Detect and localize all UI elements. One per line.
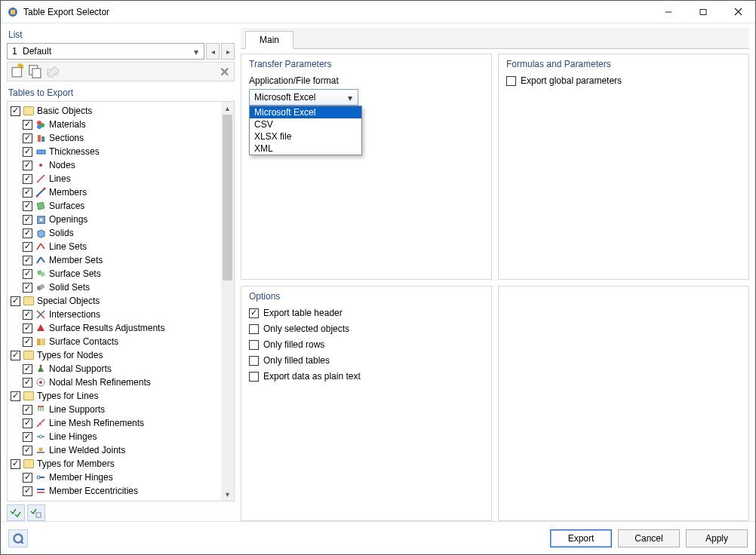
list-next-button[interactable]: ▸ (221, 43, 235, 60)
tree-checkbox[interactable] (23, 147, 32, 157)
tree-checkbox[interactable] (23, 378, 32, 388)
tree-item[interactable]: Line Welded Joints (9, 443, 220, 457)
list-prev-button[interactable]: ◂ (206, 43, 220, 60)
tree-checkbox[interactable] (23, 405, 32, 415)
scroll-down-icon[interactable]: ▼ (221, 488, 234, 501)
tree-checkbox[interactable] (23, 256, 32, 265)
option-checkbox[interactable] (249, 324, 259, 334)
tree-checkbox[interactable] (23, 161, 32, 170)
tree-checkbox[interactable] (23, 432, 32, 442)
tree-item[interactable]: Solids (9, 226, 220, 240)
option-checkbox[interactable] (249, 356, 259, 366)
rename-list-button[interactable] (45, 64, 62, 79)
tab-main[interactable]: Main (245, 31, 293, 49)
tree-item[interactable]: Line Mesh Refinements (9, 416, 220, 430)
tree-item-label: Line Sets (49, 241, 87, 252)
option-checkbox[interactable] (249, 340, 259, 350)
tree-checkbox[interactable] (23, 364, 32, 374)
cancel-button[interactable]: Cancel (618, 529, 680, 547)
tree-checkbox[interactable] (23, 486, 32, 496)
tree-item[interactable]: Surfaces (9, 199, 220, 213)
tree-item[interactable]: Members (9, 186, 220, 199)
maximize-button[interactable] (686, 1, 721, 23)
tree-checkbox[interactable] (23, 283, 32, 293)
tree-item[interactable]: Materials (9, 118, 220, 131)
dropdown-option[interactable]: Microsoft Excel (250, 106, 361, 118)
tree-checkbox[interactable] (23, 242, 32, 252)
dropdown-option[interactable]: XML (250, 143, 361, 155)
tree-group[interactable]: Types for Nodes (9, 348, 220, 362)
svg-rect-1 (11, 10, 15, 14)
tree-group[interactable]: Basic Objects (9, 104, 220, 118)
minimize-button[interactable] (651, 1, 686, 23)
tree-item[interactable]: Line Supports (9, 403, 220, 416)
tree-item-label: Line Welded Joints (49, 445, 125, 455)
sra-icon (35, 323, 46, 333)
scroll-up-icon[interactable]: ▲ (221, 102, 234, 115)
export-globals-checkbox[interactable] (506, 76, 516, 86)
tree-item[interactable]: Lines (9, 172, 220, 186)
tree-item[interactable]: Openings (9, 213, 220, 226)
tree-checkbox[interactable] (23, 419, 32, 428)
scroll-thumb[interactable] (223, 115, 232, 281)
tree-checkbox[interactable] (23, 337, 32, 347)
tree-checkbox[interactable] (23, 446, 32, 455)
select-all-button[interactable] (7, 504, 25, 521)
list-select[interactable]: 1 Default ▾ (7, 43, 204, 60)
tree-item[interactable]: Line Sets (9, 240, 220, 253)
tree-checkbox[interactable] (23, 133, 32, 143)
tree-item[interactable]: Surface Results Adjustments (9, 321, 220, 335)
tree-checkbox[interactable] (23, 310, 32, 320)
lineweld-icon (35, 445, 46, 455)
tree-checkbox[interactable] (23, 228, 32, 238)
dropdown-option[interactable]: XLSX file (250, 130, 361, 143)
tree-item[interactable]: Member Hinges (9, 471, 220, 484)
svg-point-37 (39, 381, 42, 384)
tree-item[interactable]: Sections (9, 131, 220, 145)
tree-checkbox[interactable] (23, 201, 32, 211)
tree-checkbox[interactable] (11, 351, 20, 360)
tree-checkbox[interactable] (23, 215, 32, 225)
dropdown-option[interactable]: CSV (250, 118, 361, 130)
tree-checkbox[interactable] (23, 174, 32, 184)
folder-icon (23, 351, 34, 360)
tree-item[interactable]: Nodal Mesh Refinements (9, 376, 220, 389)
tree-item[interactable]: Thicknesses (9, 145, 220, 158)
tree-group[interactable]: Types for Lines (9, 389, 220, 403)
tree-item[interactable]: Line Hinges (9, 430, 220, 443)
tree-checkbox[interactable] (23, 473, 32, 483)
help-button[interactable] (8, 529, 28, 547)
tree-item[interactable]: Nodal Supports (9, 362, 220, 376)
new-list-button[interactable] (9, 64, 26, 79)
tree-checkbox[interactable] (23, 269, 32, 279)
tree-item[interactable]: Member Eccentricities (9, 484, 220, 498)
close-button[interactable] (721, 1, 755, 23)
deselect-all-button[interactable] (27, 504, 45, 521)
tree-checkbox[interactable] (11, 459, 20, 469)
tree-group[interactable]: Special Objects (9, 294, 220, 308)
option-checkbox[interactable] (249, 372, 259, 382)
tree-item[interactable]: Intersections (9, 308, 220, 321)
tree-item[interactable]: Member Sets (9, 253, 220, 267)
tree-item[interactable]: Surface Contacts (9, 335, 220, 348)
copy-list-button[interactable] (27, 64, 44, 79)
apply-button[interactable]: Apply (686, 529, 748, 547)
option-checkbox[interactable] (249, 308, 259, 318)
tree-item[interactable]: Nodes (9, 158, 220, 172)
tree-checkbox[interactable] (23, 120, 32, 130)
tree-checkbox[interactable] (11, 296, 20, 306)
option-label: Export data as plain text (263, 371, 361, 382)
tree-item[interactable]: Solid Sets (9, 281, 220, 294)
tree-checkbox[interactable] (11, 106, 20, 116)
tree-group[interactable]: Types for Members (9, 457, 220, 471)
tree-scrollbar[interactable]: ▲ ▼ (221, 102, 234, 501)
svg-rect-3 (700, 9, 706, 14)
formulas-group: Formulas and Parameters Export global pa… (498, 54, 749, 280)
tree-checkbox[interactable] (11, 391, 20, 401)
delete-list-button[interactable]: ✕ (216, 64, 232, 79)
tree-checkbox[interactable] (23, 188, 32, 198)
export-button[interactable]: Export (550, 529, 612, 547)
tree-checkbox[interactable] (23, 323, 32, 333)
file-format-combo[interactable]: Microsoft Excel ▾ Microsoft ExcelCSVXLSX… (249, 89, 358, 106)
tree-item[interactable]: Surface Sets (9, 267, 220, 281)
